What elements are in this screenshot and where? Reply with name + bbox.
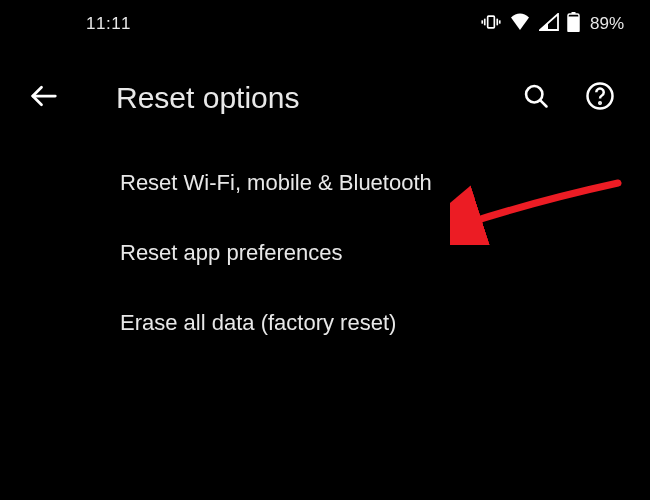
options-list: Reset Wi-Fi, mobile & Bluetooth Reset ap… <box>0 148 650 358</box>
help-icon <box>585 81 615 115</box>
header: Reset options <box>0 48 650 148</box>
status-bar: 11:11 <box>0 0 650 48</box>
signal-icon <box>539 13 559 35</box>
battery-icon <box>567 12 580 36</box>
svg-rect-7 <box>568 17 579 33</box>
option-reset-network[interactable]: Reset Wi-Fi, mobile & Bluetooth <box>120 148 610 218</box>
back-button[interactable] <box>24 78 64 118</box>
page-title: Reset options <box>116 81 496 115</box>
option-label: Reset app preferences <box>120 240 343 265</box>
option-label: Reset Wi-Fi, mobile & Bluetooth <box>120 170 432 195</box>
option-reset-app-prefs[interactable]: Reset app preferences <box>120 218 610 288</box>
option-factory-reset[interactable]: Erase all data (factory reset) <box>120 288 610 358</box>
status-icons: 89% <box>481 12 624 36</box>
svg-rect-0 <box>488 16 495 28</box>
search-button[interactable] <box>516 78 556 118</box>
status-time: 11:11 <box>86 14 131 34</box>
battery-percent: 89% <box>590 14 624 34</box>
wifi-icon <box>509 13 531 35</box>
vibrate-icon <box>481 12 501 36</box>
back-arrow-icon <box>29 81 59 115</box>
help-button[interactable] <box>580 78 620 118</box>
svg-line-10 <box>540 100 546 106</box>
search-icon <box>522 82 550 114</box>
svg-point-12 <box>599 102 601 104</box>
option-label: Erase all data (factory reset) <box>120 310 396 335</box>
